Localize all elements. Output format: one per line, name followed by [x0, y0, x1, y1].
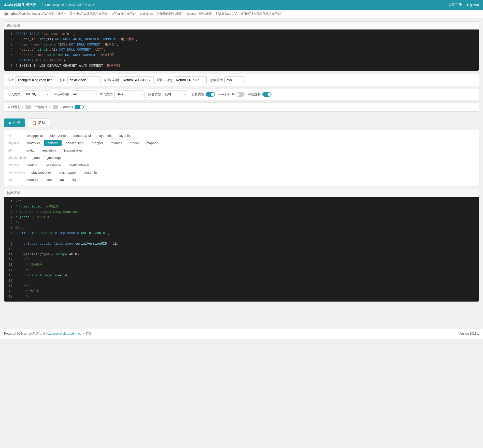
package-label: 包名	[59, 78, 66, 82]
code-line: 4 * @date 2021-01-12	[7, 215, 476, 220]
tab-mybatis[interactable]: mybatis	[107, 140, 125, 146]
copy-button[interactable]: 📋 复制	[27, 118, 50, 127]
tab-group-label-mybatis-plus: mybatis-plus	[7, 170, 27, 175]
package-wrap-group: 包装类型	[191, 92, 215, 97]
tab-plusmapper[interactable]: plusmapper	[55, 169, 79, 176]
return-error-input[interactable]	[174, 76, 207, 84]
code-line: 6 PRIMARY KEY (`user_id`)	[7, 58, 476, 63]
tab-beetlmd[interactable]: beetlmd	[23, 162, 41, 168]
tabs-row-util: util beanutil json xml sql	[7, 177, 476, 183]
tinyint-select[interactable]: int boolean Integer Boolean	[71, 91, 96, 98]
code-line: 17 /**	[7, 283, 476, 289]
author-label: 作者	[7, 78, 14, 82]
code-line: 13 * 用户编号	[7, 262, 476, 268]
tab-jpacontroller[interactable]: jpacontroller	[61, 147, 86, 154]
code-line: 2 * @description 用户信息	[7, 204, 476, 210]
tab-beanutil[interactable]: beanutil	[23, 177, 41, 183]
tab-bootstrap-ui[interactable]: bootstrap-ui	[70, 132, 94, 139]
tabs-row-mybatis: mybatis controller service service_impl …	[7, 140, 476, 146]
tab-pluscontroller[interactable]: pluscontroller	[28, 169, 54, 176]
prefix-input[interactable]	[224, 76, 245, 84]
swagger-label: swaggerUI	[218, 92, 234, 96]
footer-version: Version 2021.1	[459, 332, 479, 335]
input-type-select-wrap: DDL SQL JSON XML	[22, 91, 50, 98]
code-line: 16	[7, 278, 476, 284]
code-line: 3 * @author zhengkai.blog.csdn.net	[7, 210, 476, 215]
prefix-group: 忽略前缀	[210, 76, 245, 84]
tab-controller[interactable]: controller	[23, 140, 43, 146]
tab-xml[interactable]: xml	[56, 177, 68, 183]
form-row-3: 自动引包 带包路径 Lombok	[4, 102, 479, 112]
input-area: 输入区域 1 CREATE TABLE `sys_user_info` ( 2 …	[4, 21, 479, 71]
time-select-wrap: Date LocalDateTime Timestamp	[114, 91, 145, 98]
code-line: 6 @Data	[7, 226, 476, 231]
tinyint-label: Tinyint转换	[53, 92, 69, 97]
tab-service-impl[interactable]: service_impl	[63, 140, 88, 146]
generate-button[interactable]: ▶ 生成	[4, 118, 25, 127]
main-content: 输入区域 1 CREATE TABLE `sys_user_info` ( 2 …	[0, 18, 483, 308]
with-path-toggle[interactable]	[49, 105, 58, 109]
input-area-label: 输入区域	[7, 23, 22, 28]
tab-json[interactable]: json	[42, 177, 55, 183]
input-area-header: 输入区域	[4, 22, 479, 29]
auto-import-toggle[interactable]	[22, 105, 31, 109]
return-success-input[interactable]	[121, 76, 154, 84]
time-label: 时间类型	[100, 92, 113, 97]
tab-service[interactable]: service	[44, 140, 61, 146]
divider	[4, 114, 479, 114]
manual-link[interactable]: ⤴ 说明手册	[446, 3, 462, 7]
tab-sql[interactable]: sql	[69, 177, 80, 183]
code-line: 18 * 用户名	[7, 289, 476, 294]
tabs-row-mybatis-plus: mybatis-plus pluscontroller plusmapper p…	[7, 169, 476, 176]
code-input-editor[interactable]: 1 CREATE TABLE `sys_user_info` ( 2 `user…	[4, 29, 479, 71]
tab-repository[interactable]: repository	[39, 147, 60, 154]
banner: SpringBootCodeGenerator JAVA代码生成平台；又名'JA…	[0, 10, 483, 18]
naming-select[interactable]: 驼峰 下划线	[163, 91, 188, 98]
tab-layui-list[interactable]: layui-list	[116, 132, 135, 139]
tab-mapper2[interactable]: mapper2	[143, 140, 163, 146]
time-select[interactable]: Date LocalDateTime Timestamp	[114, 91, 145, 98]
header-subtitle: For reducing the repetitive CRUD work	[42, 3, 446, 7]
auto-import-label: 自动引包	[7, 105, 21, 109]
form-row-2: 输入类型 DDL SQL JSON XML Tinyint转换 int bool…	[4, 88, 479, 100]
tab-jtdao[interactable]: jtdao	[29, 155, 43, 161]
output-area-header: 输出区域	[4, 189, 479, 197]
with-path-label: 带包路径	[34, 105, 48, 109]
code-line: 7 public class UserInfo implements Seria…	[7, 231, 476, 236]
tab-beetlentity[interactable]: beetlentity	[42, 162, 64, 168]
return-success-group: 返回(成功)	[104, 76, 154, 84]
tab-jtdaoimpl[interactable]: jtdaoimpl	[44, 155, 64, 161]
swagger-toggle[interactable]	[235, 92, 245, 97]
tab-element-ui[interactable]: element-ui	[47, 132, 69, 139]
package-input[interactable]	[67, 76, 101, 84]
copy-icon: 📋	[32, 121, 36, 125]
star-icon: ★	[466, 3, 469, 7]
header-links: ⤴ 说明手册 ★ github	[446, 3, 479, 7]
code-line: 1 /**	[7, 199, 476, 204]
button-row: ▶ 生成 📋 复制	[4, 116, 479, 130]
author-input[interactable]	[16, 76, 56, 84]
tab-layui-edit[interactable]: layui-edit	[95, 132, 115, 139]
lombok-toggle[interactable]	[75, 105, 84, 109]
github-link[interactable]: ★ github	[466, 3, 479, 7]
field-comment-toggle[interactable]	[262, 92, 272, 97]
package-wrap-toggle[interactable]	[206, 92, 215, 97]
footer-link[interactable]: zhengkai.blog.csdn.net	[49, 332, 81, 335]
naming-select-wrap: 驼峰 下划线	[163, 91, 188, 98]
header-title: JAVA代码生成平台	[4, 3, 37, 7]
tab-group-label-jpa: jpa	[7, 147, 22, 153]
tab-group-label-jdbc: jdbc-template	[7, 155, 28, 160]
code-line: 3 `user_name` varchar(255) NOT NULL COMM…	[7, 42, 476, 48]
tab-swagger-ui[interactable]: swagger-ui	[23, 132, 46, 139]
tab-mapper[interactable]: mapper	[89, 140, 106, 146]
code-line: 7 ) ENGINE=InnoDB DEFAULT CHARSET=utf8 C…	[7, 63, 476, 69]
lombok-group: Lombok	[61, 105, 84, 109]
code-output-editor[interactable]: 1 /** 2 * @description 用户信息 3 * @author …	[4, 197, 479, 302]
form-row-1: 作者 包名 返回(成功) 返回(失败) 忽略前缀	[4, 74, 479, 86]
tab-group-label-util: util	[7, 177, 22, 183]
tab-beetlcontroller[interactable]: beetlcontroller	[65, 162, 93, 168]
tab-plusentity[interactable]: plusentity	[80, 169, 101, 176]
input-type-select[interactable]: DDL SQL JSON XML	[22, 91, 50, 98]
tab-model[interactable]: model	[126, 140, 142, 146]
tab-entity[interactable]: entity	[23, 147, 38, 154]
